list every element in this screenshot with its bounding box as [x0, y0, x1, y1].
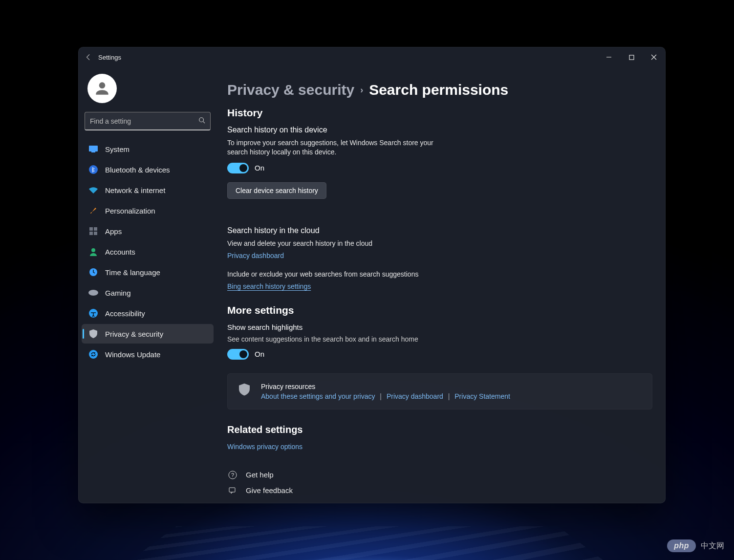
- bing-history-link[interactable]: Bing search history settings: [227, 282, 311, 290]
- back-button[interactable]: [79, 54, 98, 61]
- search-history-device-desc: To improve your search suggestions, let …: [227, 138, 442, 157]
- svg-rect-7: [89, 232, 93, 235]
- svg-rect-17: [229, 488, 235, 492]
- page-watermark: php 中文网: [667, 539, 724, 552]
- sidebar-nav: System Bluetooth & devices Network & int…: [82, 139, 214, 364]
- shield-icon: [237, 383, 251, 396]
- sidebar-item-update[interactable]: Windows Update: [82, 345, 214, 364]
- window-controls: [598, 47, 665, 67]
- user-avatar[interactable]: [87, 74, 117, 103]
- svg-text:?: ?: [231, 472, 234, 478]
- sidebar-item-accessibility[interactable]: Accessibility: [82, 303, 214, 323]
- apps-icon: [88, 226, 98, 236]
- sidebar-item-label: Personalization: [105, 207, 155, 215]
- sidebar-item-system[interactable]: System: [82, 139, 214, 159]
- windows-privacy-options-link[interactable]: Windows privacy options: [227, 443, 302, 451]
- main-content[interactable]: Privacy & security › Search permissions …: [216, 67, 665, 503]
- search-history-cloud-title: Search history in the cloud: [227, 226, 659, 235]
- section-related-heading: Related settings: [227, 424, 659, 435]
- privacy-dashboard-link-2[interactable]: Privacy dashboard: [387, 392, 443, 400]
- system-icon: [88, 144, 98, 154]
- search-highlights-title: Show search highlights: [227, 323, 659, 331]
- window-title: Settings: [98, 54, 121, 61]
- sidebar-item-personalization[interactable]: Personalization: [82, 201, 214, 220]
- sidebar-item-bluetooth[interactable]: Bluetooth & devices: [82, 160, 214, 179]
- sidebar-item-label: Privacy & security: [105, 330, 163, 338]
- sidebar-item-label: System: [105, 145, 130, 153]
- give-feedback-row[interactable]: Give feedback: [227, 486, 659, 495]
- privacy-statement-link[interactable]: Privacy Statement: [454, 392, 510, 400]
- search-icon: [198, 117, 205, 125]
- separator: |: [448, 392, 450, 400]
- search-highlights-block: Show search highlights See content sugge…: [227, 323, 659, 360]
- sidebar-item-label: Accounts: [105, 248, 135, 256]
- clock-icon: [88, 267, 98, 277]
- give-feedback-label: Give feedback: [246, 486, 293, 495]
- svg-rect-0: [629, 55, 634, 60]
- search-highlights-toggle[interactable]: [227, 349, 249, 360]
- svg-point-9: [91, 248, 95, 252]
- search-history-device-block: Search history on this device To improve…: [227, 126, 659, 213]
- svg-point-11: [88, 290, 98, 296]
- watermark-text: 中文网: [701, 541, 724, 551]
- shield-icon: [88, 329, 98, 339]
- sidebar-item-network[interactable]: Network & internet: [82, 180, 214, 200]
- arrow-left-icon: [85, 54, 92, 61]
- toggle-state-label: On: [255, 350, 264, 358]
- about-settings-link[interactable]: About these settings and your privacy: [261, 392, 375, 400]
- separator: |: [380, 392, 382, 400]
- sidebar-item-gaming[interactable]: Gaming: [82, 283, 214, 302]
- chevron-right-icon: ›: [360, 85, 363, 95]
- sidebar-item-label: Gaming: [105, 289, 131, 297]
- breadcrumb: Privacy & security › Search permissions: [227, 82, 659, 98]
- svg-rect-8: [94, 232, 97, 235]
- accounts-icon: [88, 247, 98, 257]
- sidebar-item-label: Accessibility: [105, 309, 145, 318]
- privacy-resources-heading: Privacy resources: [261, 383, 510, 390]
- search-box[interactable]: [85, 112, 211, 130]
- privacy-dashboard-link[interactable]: Privacy dashboard: [227, 252, 284, 259]
- bluetooth-icon: [88, 165, 98, 174]
- titlebar: Settings: [79, 47, 665, 67]
- brush-icon: [88, 206, 98, 215]
- feedback-icon: [227, 486, 238, 495]
- search-highlights-desc: See content suggestions in the search bo…: [227, 335, 659, 343]
- sidebar-item-apps[interactable]: Apps: [82, 221, 214, 241]
- get-help-label: Get help: [246, 471, 274, 479]
- section-more-heading: More settings: [227, 304, 659, 316]
- person-icon: [93, 79, 111, 98]
- sidebar-item-label: Bluetooth & devices: [105, 166, 170, 174]
- svg-rect-6: [94, 227, 97, 231]
- minimize-icon: [606, 54, 612, 60]
- gamepad-icon: [88, 288, 98, 298]
- toggle-state-label: On: [255, 164, 264, 172]
- search-input[interactable]: [90, 117, 198, 125]
- sidebar: System Bluetooth & devices Network & int…: [79, 67, 216, 503]
- sidebar-item-accounts[interactable]: Accounts: [82, 242, 214, 261]
- cloud-desc-2: Include or exclude your web searches fro…: [227, 270, 442, 279]
- search-history-device-title: Search history on this device: [227, 126, 659, 134]
- section-history-heading: History: [227, 107, 659, 119]
- svg-point-14: [89, 350, 98, 359]
- settings-window: Settings System: [78, 47, 666, 503]
- update-icon: [88, 349, 98, 359]
- sidebar-item-privacy[interactable]: Privacy & security: [82, 324, 214, 344]
- clear-history-button[interactable]: Clear device search history: [227, 182, 326, 199]
- breadcrumb-parent[interactable]: Privacy & security: [227, 82, 354, 98]
- privacy-resources-card: Privacy resources About these settings a…: [227, 373, 652, 409]
- sidebar-item-time[interactable]: Time & language: [82, 262, 214, 282]
- minimize-button[interactable]: [598, 47, 620, 67]
- maximize-button[interactable]: [620, 47, 643, 67]
- help-icon: ?: [227, 471, 238, 479]
- sidebar-item-label: Apps: [105, 227, 122, 236]
- search-history-cloud-block: Search history in the cloud View and del…: [227, 226, 659, 291]
- get-help-row[interactable]: ? Get help: [227, 471, 659, 479]
- svg-point-1: [199, 118, 204, 122]
- search-history-device-toggle[interactable]: [227, 163, 249, 173]
- sidebar-item-label: Time & language: [105, 268, 160, 277]
- svg-rect-5: [89, 227, 93, 231]
- close-icon: [651, 54, 657, 60]
- maximize-icon: [629, 55, 634, 60]
- svg-rect-3: [91, 151, 95, 152]
- close-button[interactable]: [643, 47, 665, 67]
